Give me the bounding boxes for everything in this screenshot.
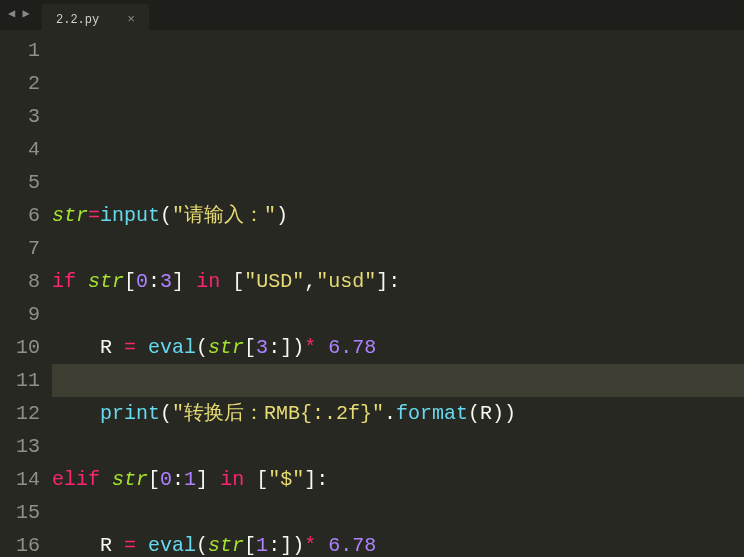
line-number: 13 bbox=[0, 430, 40, 463]
line-number: 7 bbox=[0, 232, 40, 265]
code-line: R = eval(str[3:])* 6.78 bbox=[52, 331, 744, 364]
code-line: print("转换后：RMB{:.2f}".format(R)) bbox=[52, 397, 744, 430]
line-number: 8 bbox=[0, 265, 40, 298]
line-number: 6 bbox=[0, 199, 40, 232]
close-icon[interactable]: × bbox=[127, 12, 135, 27]
gutter: 1 2 3 4 5 6 7 8 9 10 11 12 13 14 15 16 bbox=[0, 30, 52, 557]
line-number: 4 bbox=[0, 133, 40, 166]
line-number: 14 bbox=[0, 463, 40, 496]
tab-bar: 2.2.py × bbox=[0, 0, 744, 30]
line-number: 2 bbox=[0, 67, 40, 100]
editor: 1 2 3 4 5 6 7 8 9 10 11 12 13 14 15 16 s… bbox=[0, 30, 744, 557]
tab-title: 2.2.py bbox=[56, 13, 99, 27]
line-number: 5 bbox=[0, 166, 40, 199]
line-number: 16 bbox=[0, 529, 40, 557]
line-number: 15 bbox=[0, 496, 40, 529]
code-line: R = eval(str[1:])* 6.78 bbox=[52, 529, 744, 557]
line-number: 10 bbox=[0, 331, 40, 364]
nav-arrows[interactable]: ◀ ▶ bbox=[8, 6, 30, 21]
code-line: str=input("请输入：") bbox=[52, 199, 744, 232]
code-line: elif str[0:1] in ["$"]: bbox=[52, 463, 744, 496]
line-number: 12 bbox=[0, 397, 40, 430]
line-number: 9 bbox=[0, 298, 40, 331]
line-number: 1 bbox=[0, 34, 40, 67]
line-number: 3 bbox=[0, 100, 40, 133]
tab-active[interactable]: 2.2.py × bbox=[42, 4, 149, 30]
code-area[interactable]: str=input("请输入：") if str[0:3] in ["USD",… bbox=[52, 30, 744, 557]
code-line: if str[0:3] in ["USD","usd"]: bbox=[52, 265, 744, 298]
line-number: 11 bbox=[0, 364, 40, 397]
